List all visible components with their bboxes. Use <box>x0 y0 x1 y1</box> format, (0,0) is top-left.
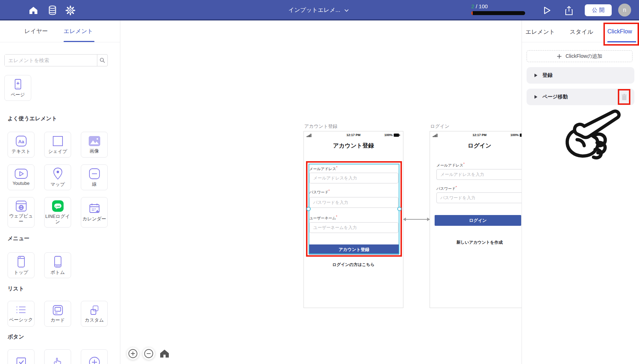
menu-elements-grid: トップ ボトム <box>8 252 108 278</box>
tab-element[interactable]: エレメント <box>525 28 555 36</box>
caret-right-icon <box>534 74 537 77</box>
left-sidebar: レイヤー エレメント ページ よく使うエレメント Aa テキスト <box>0 20 120 364</box>
element-card-label: ベーシック <box>9 317 33 323</box>
tab-divider <box>0 42 120 42</box>
webview-icon <box>15 200 27 212</box>
login-button[interactable]: ログイン <box>435 215 521 226</box>
line-icon <box>88 168 101 180</box>
active-tab-underline <box>607 41 636 42</box>
field-label-password[interactable]: パスワード* <box>436 185 457 191</box>
element-card-label: ボトム <box>51 270 65 275</box>
add-clickflow-button[interactable]: ClickFlowの追加 <box>527 50 633 62</box>
element-card-tap[interactable] <box>44 349 71 364</box>
search-input[interactable] <box>5 55 97 66</box>
element-card-calendar[interactable]: カレンダー <box>81 197 108 228</box>
project-title-dropdown[interactable]: インプットエレメ... <box>288 0 349 20</box>
create-account-link[interactable]: 新しいアカウントを作成 <box>430 240 522 245</box>
publish-button[interactable]: 公開 <box>585 4 612 16</box>
clickflow-item-register[interactable]: 登録 <box>527 67 634 84</box>
zoom-out-button[interactable] <box>143 347 155 360</box>
element-card-page[interactable]: ページ <box>4 75 31 101</box>
element-card-label: カード <box>51 318 65 323</box>
plus-circle-icon <box>88 356 101 364</box>
screen-title[interactable]: ログイン <box>430 142 522 150</box>
tab-layers[interactable]: レイヤー <box>24 28 48 35</box>
play-preview-icon[interactable] <box>542 5 552 16</box>
field-label-email[interactable]: メールアドレス* <box>436 162 465 168</box>
element-card-label: トップ <box>14 270 28 275</box>
element-card-text[interactable]: Aa テキスト <box>8 132 34 158</box>
login-link[interactable]: ログインの方はこちら <box>304 262 403 267</box>
selection-handle-left[interactable] <box>306 207 311 211</box>
element-card-shape[interactable]: シェイプ <box>44 132 71 158</box>
youtube-icon <box>14 168 28 179</box>
clickflow-item-label: 登録 <box>542 72 552 79</box>
screen-title[interactable]: アカウント登録 <box>304 142 403 150</box>
screen-login[interactable]: 12:17 PM 100% ログイン メールアドレス* メールアドレスを入力 パ… <box>430 131 522 308</box>
status-bar: 12:17 PM 100% <box>430 133 522 138</box>
section-title-list: リスト <box>8 285 24 292</box>
line-login-icon: LINE <box>52 200 64 212</box>
pointing-hand-annotation <box>561 102 624 162</box>
element-card-webview[interactable]: ウェブビュー <box>8 197 34 228</box>
gear-icon[interactable] <box>65 5 76 16</box>
element-count-separator: / <box>474 3 479 9</box>
canvas-home-button[interactable] <box>158 347 171 360</box>
section-title-common: よく使うエレメント <box>8 115 57 122</box>
battery-indicator: 100% <box>384 133 400 137</box>
battery-percent: 100% <box>510 133 519 137</box>
app-root: インプットエレメ... 2 / 100 公開 n レイヤー エレメント <box>0 0 639 364</box>
screen-register[interactable]: 12:17 PM 100% アカウント登録 メールアドレス* メールアドレスを入… <box>304 131 403 308</box>
element-card-label: LINEログイン <box>45 214 70 225</box>
field-label-text: パスワード <box>436 186 455 191</box>
canvas[interactable]: アカウント登録 12:17 PM 100% アカウント登録 メールアドレス* メ… <box>120 20 522 364</box>
input-email[interactable]: メールアドレスを入力 <box>436 169 522 180</box>
element-card-line[interactable]: 線 <box>81 164 108 190</box>
search-icon[interactable] <box>97 55 107 66</box>
home-icon[interactable] <box>28 5 39 16</box>
element-search <box>4 54 108 66</box>
arrowhead-left <box>403 218 406 221</box>
list-elements-grid: ベーシック カード カスタム <box>8 301 108 327</box>
screen-connector-arrow <box>403 219 430 220</box>
element-count-total: 100 <box>479 3 488 9</box>
tab-clickflow[interactable]: ClickFlow <box>607 28 632 35</box>
element-card-line-login[interactable]: LINE LINEログイン <box>44 197 71 228</box>
calendar-icon <box>88 202 101 215</box>
selection-outline[interactable] <box>309 164 399 254</box>
element-card-list-custom[interactable]: カスタム <box>81 301 108 327</box>
tap-hand-icon <box>52 356 64 364</box>
svg-text:Aa: Aa <box>18 139 24 144</box>
tab-style[interactable]: スタイル <box>570 28 593 36</box>
element-card-plus[interactable] <box>81 349 108 364</box>
page-label-register[interactable]: アカウント登録 <box>304 123 338 130</box>
element-card-label: ページ <box>11 92 25 98</box>
element-card-image[interactable]: 画像 <box>81 132 108 158</box>
plus-icon <box>557 54 562 59</box>
avatar[interactable]: n <box>618 4 631 17</box>
right-panel: エレメント スタイル ClickFlow ClickFlowの追加 登録 ページ… <box>522 20 639 364</box>
selection-handle-right[interactable] <box>397 207 402 211</box>
text-icon: Aa <box>15 135 27 147</box>
trash-icon[interactable] <box>621 94 627 101</box>
database-icon[interactable] <box>47 5 58 16</box>
element-card-checkbox[interactable] <box>8 349 34 364</box>
element-card-menu-bottom[interactable]: ボトム <box>44 252 71 278</box>
input-password[interactable]: パスワードを入力 <box>436 192 522 203</box>
caret-right-icon <box>534 95 537 99</box>
button-elements-grid <box>8 349 108 364</box>
element-card-list-card[interactable]: カード <box>44 301 71 327</box>
page-label-login[interactable]: ログイン <box>430 123 449 130</box>
page-add-icon <box>13 78 23 90</box>
zoom-in-button[interactable] <box>127 347 139 360</box>
element-card-label: シェイプ <box>48 149 67 154</box>
element-card-youtube[interactable]: Youtube <box>8 164 34 190</box>
required-asterisk: * <box>463 162 465 165</box>
share-icon[interactable] <box>564 5 574 16</box>
project-title: インプットエレメ... <box>288 6 340 14</box>
element-card-map[interactable]: マップ <box>44 164 71 190</box>
tab-elements[interactable]: エレメント <box>64 28 93 35</box>
element-card-list-basic[interactable]: ベーシック <box>8 301 34 327</box>
element-card-menu-top[interactable]: トップ <box>8 252 34 278</box>
element-count: 2 / 100 <box>471 3 488 9</box>
